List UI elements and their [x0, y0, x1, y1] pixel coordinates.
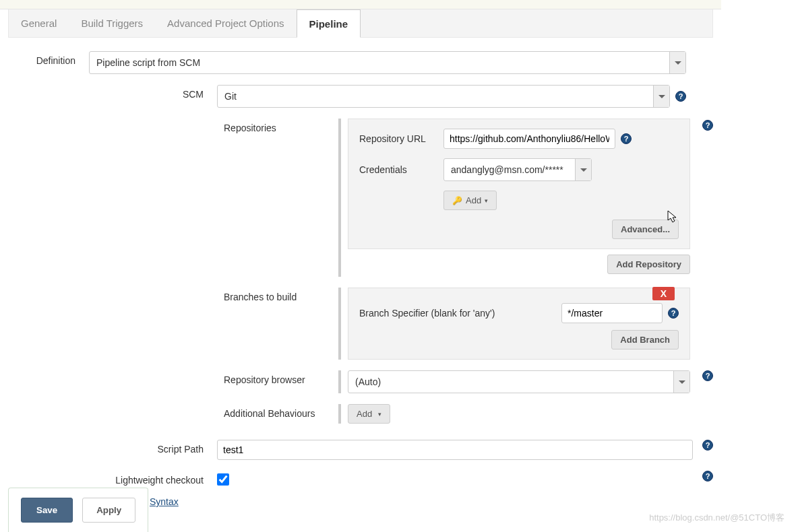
chevron-down-icon	[669, 52, 685, 73]
help-icon[interactable]	[675, 91, 686, 102]
tab-build-triggers[interactable]: Build Triggers	[69, 9, 155, 37]
help-icon[interactable]	[702, 471, 713, 481]
branch-specifier-label: Branch Specifier (blank for 'any')	[359, 308, 561, 319]
chevron-down-icon	[673, 371, 689, 393]
apply-button[interactable]: Apply	[82, 498, 135, 514]
repo-url-label: Repository URL	[359, 133, 443, 144]
repositories-label: Repositories	[224, 119, 338, 133]
definition-value: Pipeline script from SCM	[96, 57, 200, 68]
help-icon[interactable]	[702, 440, 713, 451]
key-icon: 🔑	[452, 196, 462, 205]
repo-browser-label: Repository browser	[224, 370, 338, 385]
definition-label: Definition	[8, 51, 89, 66]
scm-label: SCM	[96, 85, 217, 100]
definition-select[interactable]: Pipeline script from SCM	[89, 51, 686, 74]
credentials-value: andanglyg@msn.com/*****	[451, 164, 563, 175]
scm-select[interactable]: Git	[217, 85, 670, 108]
lightweight-checkout-label: Lightweight checkout	[96, 471, 217, 486]
tab-pipeline[interactable]: Pipeline	[297, 9, 361, 38]
config-tabs: General Build Triggers Advanced Project …	[8, 9, 713, 38]
help-icon[interactable]	[702, 370, 713, 381]
help-icon[interactable]	[621, 133, 632, 144]
footer-actions: Save Apply	[8, 488, 148, 514]
advanced-button[interactable]: Advanced...	[612, 220, 679, 239]
tab-general[interactable]: General	[9, 9, 69, 37]
watermark: https://blog.csdn.net/@51CTO博客	[649, 512, 785, 514]
script-path-input[interactable]	[217, 440, 693, 460]
credentials-label: Credentials	[359, 164, 443, 175]
help-icon[interactable]	[668, 308, 679, 319]
chevron-down-icon	[653, 86, 669, 107]
pipeline-syntax-link[interactable]: Syntax	[150, 496, 179, 507]
lightweight-checkbox[interactable]	[217, 473, 229, 486]
delete-branch-button[interactable]: X	[652, 287, 675, 300]
add-behaviour-button[interactable]: Add ▾	[348, 404, 390, 424]
chevron-down-icon	[575, 159, 591, 180]
branch-block: X Branch Specifier (blank for 'any') Add…	[348, 288, 690, 360]
add-branch-button[interactable]: Add Branch	[611, 330, 679, 350]
repo-url-input[interactable]	[443, 129, 615, 149]
add-behaviour-label: Add	[357, 409, 372, 419]
add-credentials-button[interactable]: 🔑 Add ▾	[443, 191, 497, 210]
scm-value: Git	[224, 91, 237, 102]
tab-advanced-project-options[interactable]: Advanced Project Options	[155, 9, 296, 37]
repository-block: Repository URL Credentials andanglyg@msn…	[348, 119, 690, 249]
script-path-label: Script Path	[96, 440, 217, 455]
additional-behaviours-label: Additional Behaviours	[224, 404, 338, 419]
caret-down-icon: ▾	[378, 411, 381, 418]
add-repository-button[interactable]: Add Repository	[607, 255, 690, 274]
add-cred-label: Add	[466, 195, 481, 205]
repo-browser-value: (Auto)	[355, 376, 381, 387]
help-icon[interactable]	[702, 120, 713, 131]
save-button[interactable]: Save	[21, 498, 73, 514]
repo-browser-select[interactable]: (Auto)	[348, 370, 690, 393]
caret-down-icon: ▾	[485, 197, 488, 204]
credentials-select[interactable]: andanglyg@msn.com/*****	[443, 158, 592, 181]
branch-specifier-input[interactable]	[561, 303, 663, 323]
branches-label: Branches to build	[224, 288, 338, 302]
